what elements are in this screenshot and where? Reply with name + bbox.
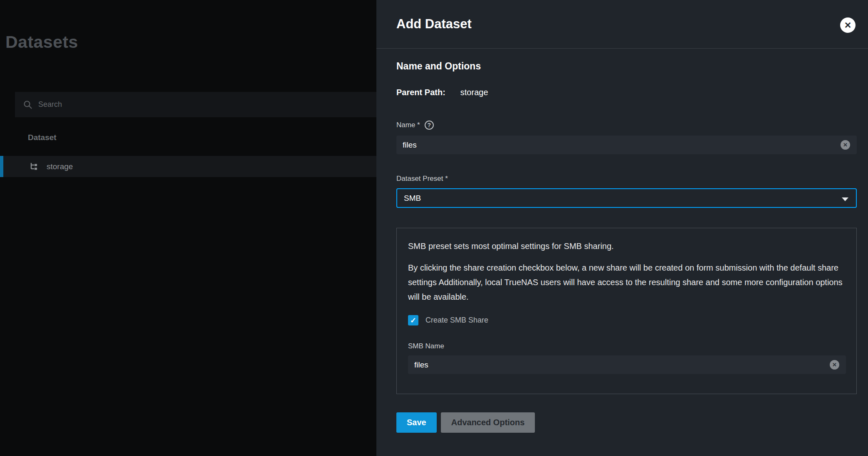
advanced-options-button[interactable]: Advanced Options — [441, 412, 535, 433]
screen: Datasets Search Dataset storage Add Data… — [0, 0, 868, 456]
search-input[interactable]: Search — [15, 92, 376, 117]
preset-selected-value: SMB — [404, 194, 421, 203]
close-glyph: ✕ — [844, 20, 852, 30]
smb-name-label: SMB Name — [408, 342, 845, 350]
chevron-down-icon — [842, 197, 848, 201]
form-actions: Save Advanced Options — [396, 412, 535, 433]
help-glyph: ? — [427, 122, 431, 128]
name-input[interactable] — [396, 136, 857, 154]
preset-field: Dataset Preset * SMB — [396, 175, 857, 208]
search-placeholder: Search — [38, 100, 62, 109]
dataset-row-storage[interactable]: storage — [0, 156, 376, 177]
create-smb-share-row: ✓ Create SMB Share — [408, 315, 845, 325]
panel-header: Add Dataset ✕ — [376, 0, 868, 49]
datasets-page: Datasets Search Dataset storage — [0, 0, 376, 456]
smb-name-input[interactable] — [408, 355, 846, 374]
dataset-row-label: storage — [47, 162, 73, 171]
clear-name-icon[interactable]: ✕ — [841, 140, 850, 150]
dataset-preset-select[interactable]: SMB — [396, 188, 857, 208]
clear-glyph: ✕ — [843, 142, 848, 148]
save-button[interactable]: Save — [396, 412, 437, 433]
search-icon — [23, 100, 32, 109]
name-field: Name * ? ✕ — [396, 121, 857, 154]
selected-row-accent — [0, 156, 3, 177]
close-icon[interactable]: ✕ — [840, 17, 856, 33]
check-icon: ✓ — [410, 316, 416, 325]
page-title: Datasets — [5, 32, 78, 52]
parent-path-value: storage — [460, 88, 488, 97]
smb-preset-info-box: SMB preset sets most optimal settings fo… — [396, 228, 857, 394]
dataset-tree-icon — [30, 163, 39, 171]
help-icon[interactable]: ? — [425, 121, 434, 130]
name-field-label: Name * — [396, 121, 420, 129]
panel-title: Add Dataset — [396, 17, 472, 32]
parent-path-label: Parent Path: — [396, 88, 445, 97]
create-smb-share-checkbox[interactable]: ✓ — [408, 315, 418, 325]
smb-info-line1: SMB preset sets most optimal settings fo… — [408, 242, 845, 251]
add-dataset-panel: Add Dataset ✕ Name and Options Parent Pa… — [376, 0, 868, 456]
preset-field-label: Dataset Preset * — [396, 175, 448, 183]
column-header-dataset: Dataset — [28, 133, 57, 142]
smb-info-line2: By clicking the share creation checkbox … — [408, 261, 843, 304]
create-smb-share-label[interactable]: Create SMB Share — [425, 316, 488, 325]
clear-glyph: ✕ — [832, 362, 837, 368]
clear-smb-name-icon[interactable]: ✕ — [830, 360, 839, 370]
parent-path: Parent Path:storage — [396, 88, 488, 97]
section-title: Name and Options — [396, 61, 481, 72]
